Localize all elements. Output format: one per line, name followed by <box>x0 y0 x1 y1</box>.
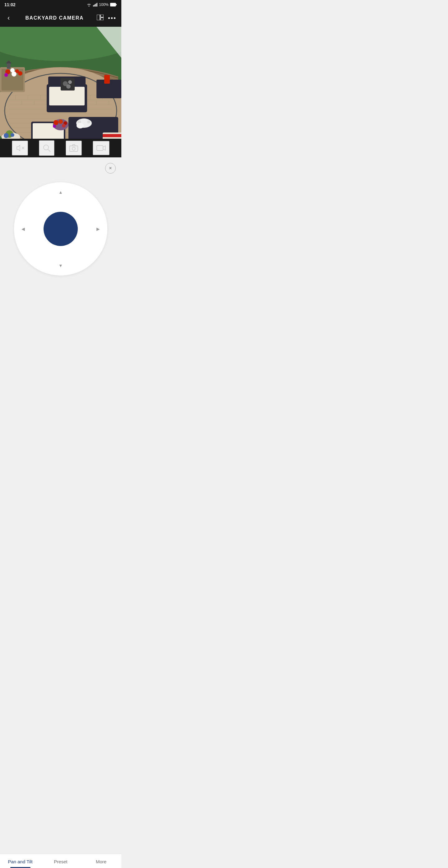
joystick-center[interactable] <box>43 212 78 246</box>
svg-rect-3 <box>96 3 96 6</box>
header: ‹ BACKYARD CAMERA ••• <box>0 9 121 27</box>
svg-point-45 <box>11 71 17 76</box>
camera-feed <box>0 27 121 139</box>
svg-rect-2 <box>95 4 95 6</box>
svg-point-59 <box>66 84 71 89</box>
svg-rect-9 <box>100 18 103 20</box>
zoom-button[interactable] <box>39 140 55 156</box>
mute-button[interactable] <box>12 141 28 155</box>
pan-right-button[interactable]: ▶ <box>96 226 100 231</box>
svg-point-72 <box>59 119 63 124</box>
svg-point-71 <box>54 120 59 125</box>
battery-text: 100% <box>99 2 109 7</box>
svg-point-44 <box>4 73 8 77</box>
svg-rect-6 <box>116 4 117 5</box>
svg-point-65 <box>82 119 86 123</box>
pan-down-button[interactable]: ▼ <box>59 263 63 268</box>
svg-point-52 <box>10 133 14 137</box>
svg-rect-4 <box>97 3 97 6</box>
tab-more[interactable]: More <box>81 854 121 868</box>
svg-rect-1 <box>94 5 95 6</box>
svg-point-74 <box>53 125 56 128</box>
control-area: × ▲ ▼ ◀ ▶ <box>0 157 121 319</box>
svg-rect-7 <box>97 14 100 20</box>
battery-icon <box>110 3 117 6</box>
svg-line-100 <box>48 149 51 152</box>
svg-rect-0 <box>93 5 94 6</box>
snapshot-button[interactable] <box>66 141 82 155</box>
status-icons: 100% <box>87 2 117 7</box>
svg-point-102 <box>72 147 75 150</box>
svg-point-51 <box>4 133 9 138</box>
header-actions: ••• <box>97 14 116 22</box>
svg-point-66 <box>87 120 90 123</box>
svg-rect-91 <box>103 134 121 137</box>
svg-rect-5 <box>110 3 116 6</box>
svg-rect-103 <box>97 146 103 151</box>
svg-point-99 <box>43 145 49 150</box>
svg-rect-61 <box>104 75 110 84</box>
tab-pan-tilt[interactable]: Pan and Tilt <box>0 854 40 868</box>
pan-left-button[interactable]: ◀ <box>22 226 25 231</box>
more-menu-button[interactable]: ••• <box>108 14 116 22</box>
svg-point-58 <box>68 80 72 84</box>
layout-icon[interactable] <box>97 14 103 22</box>
svg-point-75 <box>62 124 66 127</box>
status-bar: 11:02 100% <box>0 0 121 9</box>
close-button[interactable]: × <box>105 163 116 174</box>
joystick-pad[interactable]: ▲ ▼ ◀ ▶ <box>14 182 107 276</box>
record-button[interactable] <box>93 141 110 155</box>
patio-image <box>0 27 121 139</box>
svg-rect-8 <box>100 14 103 17</box>
back-button[interactable]: ‹ <box>5 11 12 25</box>
svg-rect-101 <box>70 146 78 151</box>
wifi-icon <box>87 3 91 6</box>
signal-icon <box>93 3 97 6</box>
svg-point-67 <box>77 123 84 128</box>
pan-up-button[interactable]: ▲ <box>59 190 63 195</box>
status-time: 11:02 <box>4 2 16 7</box>
page-title: BACKYARD CAMERA <box>12 15 97 21</box>
tab-preset[interactable]: Preset <box>40 854 81 868</box>
bottom-nav: Pan and Tilt Preset More <box>0 854 121 868</box>
toolbar <box>0 139 121 157</box>
svg-point-46 <box>18 71 22 75</box>
